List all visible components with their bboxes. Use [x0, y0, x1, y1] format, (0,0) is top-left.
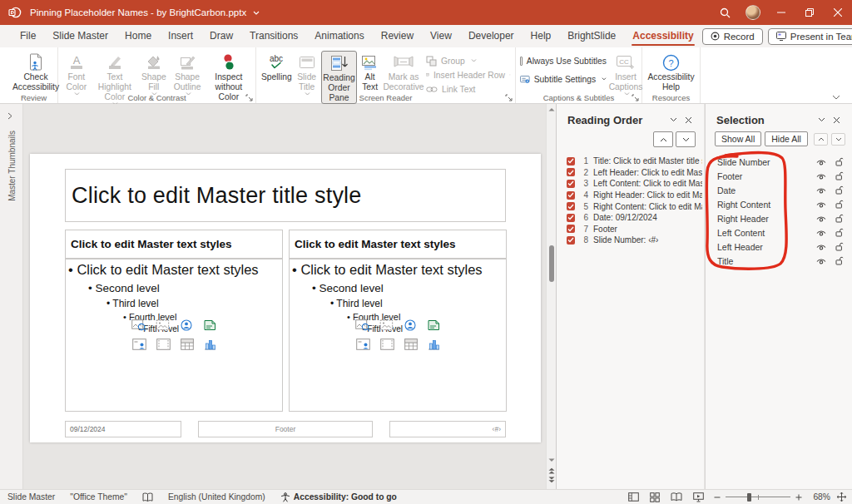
unlock-icon[interactable]	[834, 228, 845, 237]
tab-help[interactable]: Help	[523, 26, 560, 47]
visibility-eye-icon[interactable]	[815, 229, 827, 236]
tab-accessibility[interactable]: Accessibility	[624, 26, 701, 47]
spellcheck-book-icon[interactable]	[135, 490, 161, 504]
spelling-button[interactable]: abc Spelling	[260, 51, 293, 94]
video-icon[interactable]	[380, 338, 394, 350]
selection-item[interactable]: Right Content	[717, 197, 845, 211]
picture-person-icon[interactable]	[132, 338, 146, 350]
reading-order-item[interactable]: 7 Footer	[567, 224, 702, 235]
next-slide-button[interactable]	[548, 477, 555, 483]
picture-person-icon[interactable]	[356, 338, 370, 350]
accessibility-status[interactable]: Accessibility: Good to go	[273, 490, 404, 504]
checked-checkbox-icon[interactable]	[567, 214, 575, 222]
dialog-launcher-icon[interactable]	[505, 94, 513, 101]
footer-placeholder[interactable]: Footer	[198, 421, 373, 437]
pictures-icon[interactable]	[156, 319, 170, 331]
stock-images-icon[interactable]	[131, 319, 146, 331]
tab-slide-master[interactable]: Slide Master	[44, 26, 116, 47]
tab-draw[interactable]: Draw	[201, 26, 241, 47]
table-icon[interactable]	[181, 338, 194, 350]
search-button[interactable]	[711, 0, 739, 25]
zoom-out-button[interactable]	[714, 494, 721, 501]
stock-images-icon[interactable]	[355, 319, 369, 331]
tab-developer[interactable]: Developer	[460, 26, 523, 47]
move-down-button[interactable]	[831, 133, 845, 146]
visibility-eye-icon[interactable]	[815, 172, 827, 180]
visibility-eye-icon[interactable]	[815, 186, 827, 194]
pane-close-icon[interactable]	[681, 113, 696, 126]
tab-transitions[interactable]: Transitions	[241, 26, 306, 47]
visibility-eye-icon[interactable]	[815, 243, 827, 250]
chart-icon[interactable]	[204, 338, 216, 350]
reading-order-item[interactable]: 5 Right Content: Click to edit Mas...	[567, 200, 702, 212]
pane-options-chevron-icon[interactable]	[666, 113, 681, 126]
selection-item[interactable]: Footer	[717, 169, 845, 183]
zoom-in-button[interactable]	[795, 494, 802, 501]
slide-canvas[interactable]: Click to edit Master title style Click t…	[30, 154, 541, 442]
reading-order-item[interactable]: 2 Left Header: Click to edit Master...	[567, 167, 702, 179]
slide-number-placeholder[interactable]: ‹#›	[389, 421, 506, 437]
hide-all-button[interactable]: Hide All	[765, 131, 808, 146]
reading-order-item[interactable]: 8 Slide Number: ‹#›	[567, 235, 702, 246]
tab-brightslide[interactable]: BrightSlide	[559, 26, 624, 47]
unlock-icon[interactable]	[834, 157, 845, 166]
checked-checkbox-icon[interactable]	[567, 168, 575, 176]
scroll-up-icon[interactable]	[548, 107, 555, 111]
visibility-eye-icon[interactable]	[815, 215, 827, 222]
zoom-slider-thumb[interactable]	[747, 493, 751, 502]
unlock-icon[interactable]	[834, 256, 845, 265]
checked-checkbox-icon[interactable]	[567, 202, 575, 210]
tab-file[interactable]: File	[12, 26, 44, 47]
reading-view-button[interactable]	[666, 490, 687, 504]
selection-item[interactable]: Left Content	[717, 225, 845, 240]
checked-checkbox-icon[interactable]	[567, 236, 575, 245]
selection-item[interactable]: Left Header	[717, 240, 845, 254]
smartart-icon[interactable]	[203, 319, 216, 331]
unlock-icon[interactable]	[834, 200, 845, 209]
selection-item[interactable]: Title	[717, 254, 845, 268]
unlock-icon[interactable]	[834, 242, 845, 251]
title-dropdown-chevron-icon[interactable]	[253, 11, 260, 15]
vertical-scrollbar[interactable]	[546, 104, 556, 489]
collapse-ribbon-chevron-icon[interactable]	[832, 95, 840, 100]
accessibility-help-button[interactable]: ? Accessibility Help	[646, 51, 696, 94]
selection-item[interactable]: Right Header	[717, 211, 845, 225]
right-header-placeholder[interactable]: Click to edit Master text styles	[289, 230, 507, 259]
unlock-icon[interactable]	[834, 171, 845, 180]
restore-button[interactable]	[795, 0, 824, 25]
tab-home[interactable]: Home	[116, 26, 160, 47]
table-icon[interactable]	[404, 338, 418, 350]
record-button[interactable]: Record	[702, 28, 763, 45]
checked-checkbox-icon[interactable]	[567, 180, 575, 188]
zoom-level[interactable]: 68%	[807, 492, 830, 502]
video-icon[interactable]	[156, 338, 171, 350]
cameo-icon[interactable]	[180, 319, 193, 331]
left-header-placeholder[interactable]: Click to edit Master text styles	[65, 230, 283, 259]
tab-review[interactable]: Review	[373, 26, 422, 47]
status-theme-label[interactable]: "Office Theme"	[62, 490, 135, 504]
master-thumbnails-strip[interactable]: Master Thumbnails	[0, 104, 23, 489]
reading-order-item[interactable]: 3 Left Content: Click to edit Maste...	[567, 178, 702, 190]
move-down-button[interactable]	[676, 131, 696, 147]
pictures-icon[interactable]	[379, 319, 394, 331]
scroll-down-icon[interactable]	[548, 458, 555, 462]
date-placeholder[interactable]: 09/12/2024	[65, 421, 181, 437]
status-view-label[interactable]: Slide Master	[0, 490, 62, 504]
left-content-placeholder[interactable]: Click to edit Master text styles Second …	[65, 259, 283, 412]
tab-view[interactable]: View	[422, 26, 460, 47]
unlock-icon[interactable]	[834, 214, 845, 223]
status-language[interactable]: English (United Kingdom)	[161, 490, 273, 504]
right-content-placeholder[interactable]: Click to edit Master text styles Second …	[289, 259, 507, 412]
tab-insert[interactable]: Insert	[160, 26, 201, 47]
reading-order-item[interactable]: 4 Right Header: Click to edit Mast...	[567, 190, 702, 201]
alt-text-button[interactable]: Alt Text	[359, 51, 381, 94]
slideshow-view-button[interactable]	[687, 490, 709, 504]
move-up-button[interactable]	[653, 131, 673, 147]
subtitle-settings-button[interactable]: Subtitle Settings	[520, 73, 607, 85]
normal-view-button[interactable]	[622, 490, 644, 504]
visibility-eye-icon[interactable]	[815, 200, 827, 208]
always-use-subtitles-checkbox[interactable]: Always Use Subtitles	[520, 55, 607, 67]
show-all-button[interactable]: Show All	[715, 131, 761, 146]
unlock-icon[interactable]	[834, 185, 845, 195]
expand-thumbnails-chevron-icon[interactable]	[7, 112, 12, 120]
